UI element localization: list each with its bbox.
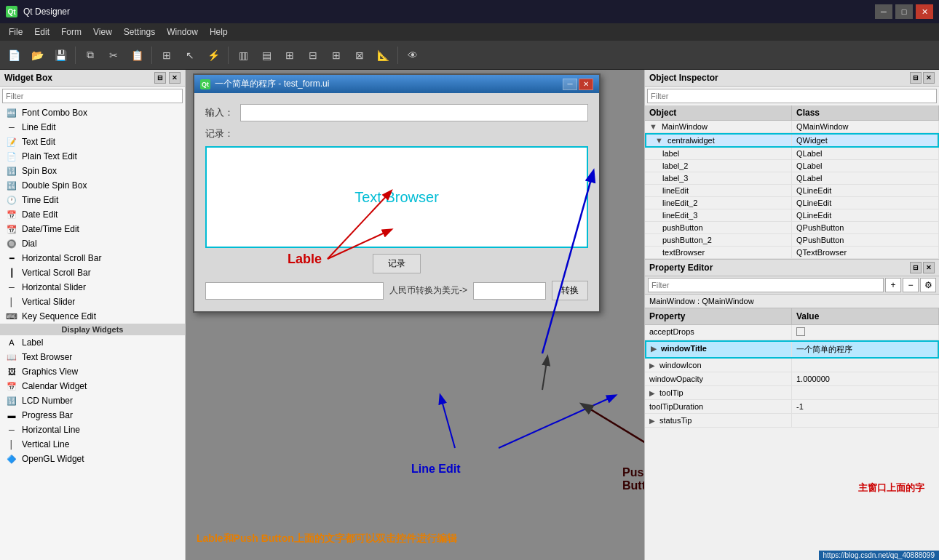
- paste-button[interactable]: 📋: [126, 45, 148, 65]
- checkbox-icon[interactable]: [796, 327, 805, 336]
- property-editor-close-btn[interactable]: ✕: [923, 262, 935, 273]
- list-item[interactable]: ▬ Progress Bar: [0, 408, 185, 423]
- preview-button[interactable]: 👁: [402, 45, 424, 65]
- close-button[interactable]: ✕: [916, 4, 933, 19]
- copy-button[interactable]: ⧉: [79, 45, 101, 65]
- property-filter-input[interactable]: [648, 278, 884, 292]
- tree-row-label2[interactable]: label_2 QLabel: [645, 160, 939, 172]
- menu-help[interactable]: Help: [204, 25, 234, 39]
- layout-vsp[interactable]: ⊟: [302, 45, 324, 65]
- list-item[interactable]: 🕐 Time Edit: [0, 193, 185, 207]
- cut-button[interactable]: ✂: [103, 45, 124, 65]
- list-item[interactable]: ─ Horizontal Slider: [0, 280, 185, 295]
- list-item[interactable]: ─ Line Edit: [0, 120, 185, 135]
- list-item[interactable]: 📅 Calendar Widget: [0, 379, 185, 393]
- list-item[interactable]: ⌨ Key Sequence Edit: [0, 309, 185, 324]
- tree-cell-object: label: [645, 148, 792, 159]
- convert-input-right[interactable]: [473, 282, 546, 300]
- prop-row-acceptdrops[interactable]: acceptDrops: [645, 325, 939, 340]
- prop-row-windowopacity[interactable]: windowOpacity 1.000000: [645, 372, 939, 386]
- connect-button[interactable]: ⚡: [202, 45, 224, 65]
- tree-col-class: Class: [792, 105, 939, 120]
- prop-name: ▶ windowIcon: [645, 359, 792, 372]
- list-item[interactable]: 🖼 Graphics View: [0, 364, 185, 379]
- layout-grid[interactable]: ⊞: [325, 45, 347, 65]
- prop-row-tooltip[interactable]: ▶ toolTip: [645, 386, 939, 400]
- save-button[interactable]: 💾: [49, 45, 71, 65]
- list-item[interactable]: A Label: [0, 335, 185, 350]
- convert-input-left[interactable]: [205, 282, 384, 300]
- app-title: Qt Designer: [23, 7, 70, 17]
- tree-row-textbrowser[interactable]: textBrowser QTextBrowser: [645, 247, 939, 259]
- object-inspector-close-btn[interactable]: ✕: [923, 72, 935, 84]
- property-settings-btn[interactable]: ⚙: [920, 278, 936, 292]
- prop-row-statustip[interactable]: ▶ statusTip: [645, 414, 939, 428]
- select-button[interactable]: ⊞: [156, 45, 178, 65]
- tree-row-label[interactable]: label QLabel: [645, 148, 939, 160]
- new-button[interactable]: 📄: [3, 45, 25, 65]
- maximize-button[interactable]: □: [895, 4, 913, 19]
- layout-v[interactable]: ▤: [255, 45, 277, 65]
- expand-icon: ▼: [649, 122, 657, 131]
- list-item[interactable]: 🔣 Double Spin Box: [0, 178, 185, 193]
- property-remove-btn[interactable]: −: [903, 278, 919, 292]
- list-item[interactable]: │ Vertical Slider: [0, 295, 185, 309]
- widget-box-close-btn[interactable]: ✕: [169, 72, 181, 84]
- list-item[interactable]: ┃ Vertical Scroll Bar: [0, 265, 185, 280]
- tree-row-pushbutton[interactable]: pushButton QPushButton: [645, 222, 939, 234]
- list-item[interactable]: 📅 Date Edit: [0, 207, 185, 222]
- list-item[interactable]: │ Vertical Line: [0, 437, 185, 452]
- prop-row-windowtitle[interactable]: ▶ windowTitle 一个简单的程序: [645, 340, 939, 359]
- list-item[interactable]: 📝 Text Edit: [0, 135, 185, 149]
- list-item[interactable]: ─ Horizontal Line: [0, 423, 185, 437]
- menu-window[interactable]: Window: [161, 25, 204, 39]
- menu-edit[interactable]: Edit: [28, 25, 55, 39]
- tree-row-lineedit2[interactable]: lineEdit_2 QLineEdit: [645, 197, 939, 209]
- property-add-btn[interactable]: +: [885, 278, 901, 292]
- tree-row-pushbutton2[interactable]: pushButton_2 QPushButton: [645, 234, 939, 247]
- tree-row-lineedit3[interactable]: lineEdit_3 QLineEdit: [645, 209, 939, 222]
- pointer-button[interactable]: ↖: [179, 45, 201, 65]
- tree-row-centralwidget[interactable]: ▼ centralwidget QWidget: [645, 133, 939, 148]
- tree-row-mainwindow[interactable]: ▼ MainWindow QMainWindow: [645, 121, 939, 133]
- minimize-button[interactable]: ─: [875, 4, 892, 19]
- list-item[interactable]: 📖 Text Browser: [0, 350, 185, 364]
- layout-form[interactable]: 📐: [372, 45, 394, 65]
- menu-settings[interactable]: Settings: [118, 25, 161, 39]
- prop-row-windowicon[interactable]: ▶ windowIcon: [645, 359, 939, 372]
- toolbar-sep-2: [151, 47, 152, 64]
- tree-row-label3[interactable]: label_3 QLabel: [645, 172, 939, 185]
- designer-close-btn[interactable]: ✕: [579, 79, 593, 90]
- input-field[interactable]: [240, 104, 588, 121]
- v-line-icon: │: [6, 439, 17, 450]
- title-bar: Qt Qt Designer ─ □ ✕: [0, 0, 939, 23]
- record-button[interactable]: 记录: [373, 254, 421, 273]
- designer-minimize-btn[interactable]: ─: [563, 79, 577, 90]
- list-item[interactable]: 🔷 OpenGL Widget: [0, 452, 185, 466]
- list-item[interactable]: 📆 Date/Time Edit: [0, 222, 185, 236]
- tree-cell-class: QLabel: [792, 172, 939, 184]
- menu-view[interactable]: View: [87, 25, 118, 39]
- open-button[interactable]: 📂: [26, 45, 48, 65]
- property-editor-float-btn[interactable]: ⊟: [910, 262, 922, 273]
- layout-h[interactable]: ▥: [232, 45, 254, 65]
- font-combo-icon: 🔤: [6, 107, 17, 119]
- object-inspector-float-btn[interactable]: ⊟: [910, 72, 922, 84]
- widget-filter-input[interactable]: [2, 89, 183, 103]
- list-item[interactable]: 🔤 Font Combo Box: [0, 105, 185, 120]
- list-item[interactable]: 🔘 Dial: [0, 236, 185, 251]
- menu-file[interactable]: File: [3, 25, 28, 39]
- list-item[interactable]: ━ Horizontal Scroll Bar: [0, 251, 185, 265]
- layout-hsp[interactable]: ⊞: [279, 45, 301, 65]
- tree-row-lineedit[interactable]: lineEdit QLineEdit: [645, 185, 939, 197]
- menu-form[interactable]: Form: [55, 25, 87, 39]
- list-item[interactable]: 🔢 Spin Box: [0, 164, 185, 178]
- convert-button[interactable]: 转换: [552, 281, 588, 300]
- list-item[interactable]: 📄 Plain Text Edit: [0, 149, 185, 164]
- prop-row-tooltipduration[interactable]: toolTipDuration -1: [645, 400, 939, 414]
- widget-box-float-btn[interactable]: ⊟: [154, 72, 166, 84]
- object-inspector-filter[interactable]: [647, 89, 937, 103]
- list-item[interactable]: 🔢 LCD Number: [0, 393, 185, 408]
- layout-break[interactable]: ⊠: [349, 45, 371, 65]
- tree-cell-class: QLabel: [792, 160, 939, 172]
